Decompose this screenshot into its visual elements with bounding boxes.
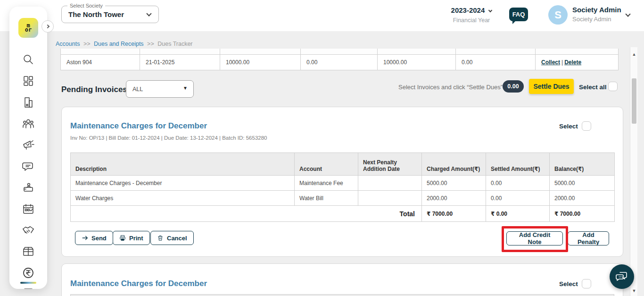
top-bar: Select Society The North Tower 2023-2024… — [0, 0, 644, 31]
clipped-cell — [61, 49, 140, 54]
breadcrumb-accounts[interactable]: Accounts — [56, 41, 80, 47]
avatar[interactable]: S — [548, 5, 568, 25]
print-label: Print — [129, 235, 143, 242]
financial-year-label: Financial Year — [446, 17, 497, 24]
add-penalty-label: Add Penalty — [574, 231, 603, 245]
cell-description: Water Charges — [71, 191, 295, 206]
add-penalty-button[interactable]: Add Penalty — [568, 231, 609, 245]
cancel-label: Cancel — [167, 235, 187, 242]
table-row: Aston 904 21-01-2025 10000.00 0.00 10000… — [61, 54, 619, 70]
table-row: Water Charges Water Bill 2000.00 0.00 20… — [71, 191, 615, 206]
table-row: Maintenance Charges - December Maintenan… — [71, 176, 615, 191]
print-button[interactable]: Print — [113, 231, 150, 245]
user-role: Society Admin — [572, 16, 611, 23]
header-account: Account — [295, 153, 358, 176]
financial-year-value: 2023-2024 — [446, 6, 497, 14]
send-icon — [82, 235, 88, 241]
cell-balance: 5000.00 — [550, 176, 615, 191]
vertical-scrollbar[interactable]: ▲ ▼ — [630, 47, 637, 296]
header-charged-amount: Charged Amount(₹) — [422, 153, 486, 176]
table-header-row: Description Account Next Penalty Additio… — [71, 153, 615, 176]
header-balance: Balance(₹) — [550, 153, 615, 176]
cell-charged: 5000.00 — [422, 176, 486, 191]
delete-link[interactable]: Delete — [564, 59, 581, 66]
announcements-icon[interactable] — [22, 139, 34, 151]
cell-settled: 0.00 — [486, 191, 550, 206]
dashboard-icon[interactable] — [22, 75, 34, 87]
settle-dues-hint: Select Invoices and click “Settle Dues” — [398, 84, 503, 91]
cell-penalty-date — [358, 191, 422, 206]
faq-button[interactable]: FAQ — [509, 8, 528, 21]
add-credit-note-button[interactable]: Add Credit Note — [506, 231, 563, 245]
header-description: Description — [71, 153, 295, 176]
invoice-select-checkbox[interactable] — [582, 121, 591, 131]
total-label: Total — [71, 206, 422, 222]
invoice-select-label: Select — [559, 123, 578, 130]
breadcrumb-current: Dues Tracker — [157, 41, 192, 47]
dropdown-caret-icon: ▼ — [183, 85, 188, 91]
send-button[interactable]: Send — [75, 231, 113, 245]
clipped-cell — [456, 49, 536, 54]
settle-dues-button[interactable]: Settle Dues — [529, 79, 574, 94]
society-select-label: Select Society — [67, 3, 105, 8]
send-label: Send — [91, 235, 107, 242]
breadcrumb-separator: >> — [83, 41, 91, 47]
financial-year-selector[interactable]: 2023-2024 Financial Year — [446, 6, 497, 24]
society-select-value: The North Tower — [68, 10, 124, 18]
sidebar: m or — [9, 7, 47, 289]
faq-label: FAQ — [512, 11, 525, 18]
accounts-rupee-icon[interactable] — [22, 267, 34, 279]
scroll-up-arrow[interactable]: ▲ — [630, 51, 638, 58]
cell-charged: 2000.00 — [422, 191, 486, 206]
total-balance: ₹ 7000.00 — [550, 206, 615, 222]
clipped-cell — [140, 49, 220, 54]
invoice-title: Maintenance Charges for December — [70, 279, 207, 288]
invoice-meta: Inv No: OP/13 | Bill Date: 01-12-2024 | … — [70, 135, 267, 141]
chevron-down-icon — [488, 8, 492, 12]
header-settled-amount: Settled Amount(₹) — [486, 153, 550, 176]
chat-bubbles-icon — [616, 271, 628, 283]
collect-link[interactable]: Collect — [541, 59, 560, 66]
vendors-handshake-icon[interactable] — [22, 224, 34, 237]
scrollbar-thumb[interactable] — [632, 78, 636, 124]
search-icon[interactable] — [22, 53, 34, 66]
society-select[interactable]: Select Society The North Tower — [61, 6, 159, 23]
financial-year-text: 2023-2024 — [451, 6, 485, 14]
trash-icon — [157, 235, 164, 241]
cancel-button[interactable]: Cancel — [150, 231, 194, 245]
row-actions: Collect|Delete — [536, 54, 619, 70]
cell-penalty-date — [358, 176, 422, 191]
breadcrumb-dues-and-receipts[interactable]: Dues and Receipts — [94, 41, 144, 47]
total-settled: ₹ 0.00 — [486, 206, 550, 222]
chat-support-fab[interactable] — [610, 264, 634, 289]
cell-charged: 10000.00 — [220, 54, 301, 70]
logo-glyph-bottom: or — [25, 28, 32, 32]
user-menu-chevron-icon[interactable] — [625, 11, 630, 17]
chat-icon[interactable] — [22, 161, 34, 173]
parcel-icon[interactable] — [22, 245, 34, 258]
helpdesk-icon[interactable] — [22, 182, 34, 194]
select-all-checkbox[interactable] — [608, 82, 618, 91]
select-all-label: Select all — [579, 84, 607, 91]
invoice-filter-value: ALL — [132, 86, 143, 93]
invoice-select-checkbox[interactable] — [582, 279, 591, 288]
building-icon[interactable] — [22, 96, 34, 109]
avatar-initial: S — [554, 9, 561, 21]
breadcrumb: Accounts >> Dues and Receipts >> Dues Tr… — [56, 41, 193, 47]
billing-icon[interactable] — [22, 288, 34, 289]
clipped-cell — [378, 49, 456, 54]
scroll-down-arrow[interactable]: ▼ — [630, 288, 638, 294]
print-icon — [119, 235, 126, 241]
clipped-cell — [536, 49, 619, 54]
calendar-icon[interactable] — [22, 203, 34, 215]
breadcrumb-separator: >> — [147, 41, 154, 47]
invoice-select-label: Select — [559, 280, 578, 288]
sidebar-expand-button[interactable] — [41, 20, 54, 33]
cell-description: Maintenance Charges - December — [71, 176, 295, 191]
app-logo[interactable]: m or — [18, 18, 38, 38]
invoice-filter-dropdown[interactable]: ALL ▼ — [126, 80, 194, 98]
clipped-cell — [301, 49, 378, 54]
community-icon[interactable] — [22, 118, 34, 130]
cell-account: Water Bill — [295, 191, 358, 206]
page-title: Pending Invoices — [61, 85, 127, 94]
